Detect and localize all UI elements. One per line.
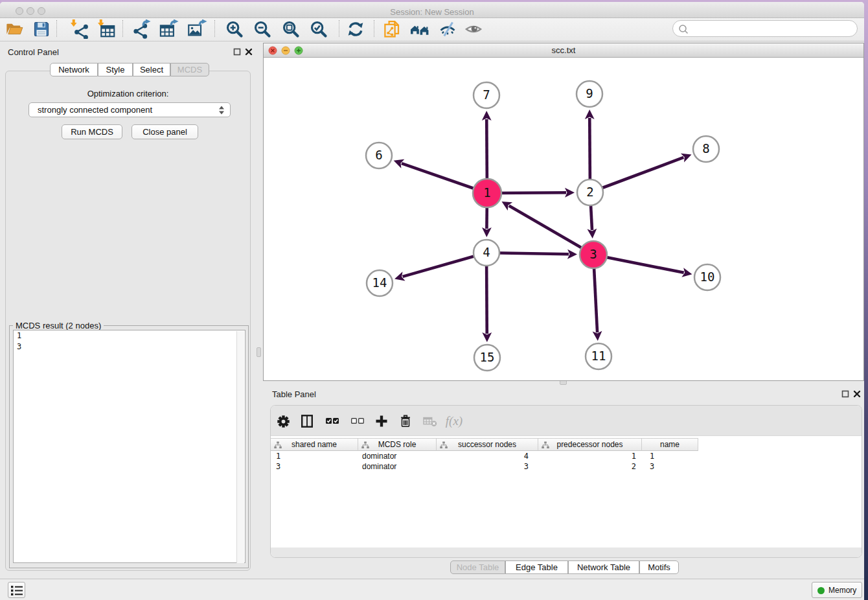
network-window-titlebar: scc.txt <box>264 43 863 58</box>
table-cell[interactable]: 3 <box>437 461 538 472</box>
criterion-dropdown[interactable]: strongly connected component <box>29 102 231 117</box>
status-bar: Memory <box>0 579 864 600</box>
close-table-panel-icon[interactable] <box>853 390 861 398</box>
zoom-fit-icon[interactable] <box>279 19 303 40</box>
open-folder-icon[interactable] <box>3 19 26 40</box>
zoom-out-icon[interactable] <box>251 19 274 40</box>
column-header-shared-name[interactable]: shared name <box>271 438 358 451</box>
table-panel-container: f(x) shared nameMCDS rolesuccessor nodes… <box>270 405 862 558</box>
import-network-icon[interactable] <box>68 19 91 40</box>
float-table-panel-icon[interactable] <box>841 390 849 398</box>
memory-label: Memory <box>828 586 856 595</box>
toolbar-separator <box>56 20 57 37</box>
export-table-icon[interactable] <box>157 19 181 40</box>
graph-node-label-4: 4 <box>483 245 490 259</box>
edge-arrow-1-7 <box>482 111 492 121</box>
column-header-MCDS-role[interactable]: MCDS role <box>358 438 437 451</box>
table-cell[interactable]: 1 <box>642 451 698 461</box>
run-mcds-button[interactable]: Run MCDS <box>62 124 122 139</box>
list-icon <box>11 585 23 596</box>
network-graph[interactable]: 1234678910111415 <box>264 58 863 380</box>
table-cell[interactable]: dominator <box>358 451 437 461</box>
network-window-title: scc.txt <box>264 45 863 55</box>
graph-node-label-1: 1 <box>483 185 490 200</box>
tab-node-table[interactable]: Node Table <box>450 560 505 574</box>
edge-arrow-1-4 <box>482 227 492 237</box>
column-header-name[interactable]: name <box>642 438 698 451</box>
save-icon[interactable] <box>30 19 53 40</box>
zoom-selected-icon[interactable] <box>307 19 330 40</box>
column-header-predecessor-nodes[interactable]: predecessor nodes <box>538 438 642 451</box>
graph-node-label-3: 3 <box>589 247 597 261</box>
mcds-result-title: MCDS result (2 nodes) <box>13 321 104 330</box>
refresh-icon[interactable] <box>344 19 367 40</box>
graph-node-label-9: 9 <box>586 86 593 100</box>
columns-icon[interactable] <box>297 411 317 432</box>
toolbar-separator <box>374 20 374 37</box>
close-panel-icon[interactable] <box>245 48 253 56</box>
tab-network-table[interactable]: Network Table <box>568 560 639 574</box>
table-cell[interactable]: 1 <box>538 451 642 461</box>
scrollbar-track[interactable] <box>236 331 244 563</box>
mcds-result-item: 3 <box>14 341 245 352</box>
mcds-result-item: 1 <box>14 330 245 341</box>
graph-node-label-2: 2 <box>586 185 593 199</box>
graph-node-label-7: 7 <box>483 87 490 102</box>
close-panel-button[interactable]: Close panel <box>131 124 198 139</box>
delete-table-icon <box>420 411 440 432</box>
tab-select[interactable]: Select <box>133 63 170 76</box>
edge-arrow-2-9 <box>585 110 595 119</box>
tab-network[interactable]: Network <box>50 63 98 76</box>
gear-icon[interactable] <box>273 411 293 432</box>
tab-edge-table[interactable]: Edge Table <box>505 560 568 574</box>
table-cell[interactable]: 1 <box>271 451 358 461</box>
toolbar-separator <box>122 20 123 37</box>
memory-button[interactable]: Memory <box>812 582 862 598</box>
mcds-result-list[interactable]: 13 <box>13 330 246 563</box>
toolbar-separator <box>339 20 339 37</box>
table-cell[interactable]: 2 <box>538 461 642 472</box>
import-table-icon[interactable] <box>95 19 119 40</box>
control-panel-title: Control Panel <box>8 47 59 57</box>
tab-style[interactable]: Style <box>98 63 133 76</box>
edge-3-1[interactable] <box>509 206 593 255</box>
export-network-icon[interactable] <box>130 19 153 40</box>
app-titlebar: Session: New Session <box>0 2 864 18</box>
app-title: Session: New Session <box>0 7 864 17</box>
edge-2-8[interactable] <box>590 157 683 192</box>
toolbar-separator <box>214 20 215 37</box>
clone-network-icon[interactable] <box>380 19 404 40</box>
edge-arrow-4-15 <box>482 332 492 342</box>
select-all-icon[interactable] <box>322 411 343 432</box>
add-icon[interactable] <box>371 411 392 432</box>
search-icon <box>678 23 689 35</box>
table-cell[interactable]: 3 <box>271 461 358 472</box>
table-cell[interactable]: 3 <box>642 461 698 472</box>
search-input[interactable] <box>672 20 858 37</box>
home-icon[interactable] <box>408 19 431 40</box>
edge-arrow-1-2 <box>565 188 575 198</box>
table-toolbar: f(x) <box>271 406 862 436</box>
column-header-successor-nodes[interactable]: successor nodes <box>437 438 538 451</box>
float-panel-icon[interactable] <box>233 48 241 56</box>
edge-arrow-4-3 <box>567 249 577 259</box>
hide-panels-icon[interactable] <box>436 19 459 40</box>
table-cell[interactable]: 4 <box>437 451 538 461</box>
graph-node-label-14: 14 <box>372 275 387 290</box>
table-cell[interactable]: dominator <box>358 461 437 472</box>
chevron-updown-icon <box>218 105 225 115</box>
tab-motifs[interactable]: Motifs <box>639 560 679 574</box>
zoom-in-icon[interactable] <box>223 19 246 40</box>
vertical-split-handle[interactable] <box>257 347 261 357</box>
graph-node-label-8: 8 <box>702 141 709 156</box>
tab-mcds[interactable]: MCDS <box>170 63 209 76</box>
export-image-icon[interactable] <box>186 19 209 40</box>
function-builder-icon: f(x) <box>444 411 464 432</box>
optimization-label: Optimization criterion: <box>5 89 251 98</box>
show-eye-icon[interactable] <box>462 19 485 40</box>
deselect-all-icon[interactable] <box>347 411 368 432</box>
delete-icon[interactable] <box>395 411 416 432</box>
task-history-button[interactable] <box>8 582 25 598</box>
graph-node-label-11: 11 <box>591 349 606 363</box>
graph-node-label-6: 6 <box>375 148 382 162</box>
